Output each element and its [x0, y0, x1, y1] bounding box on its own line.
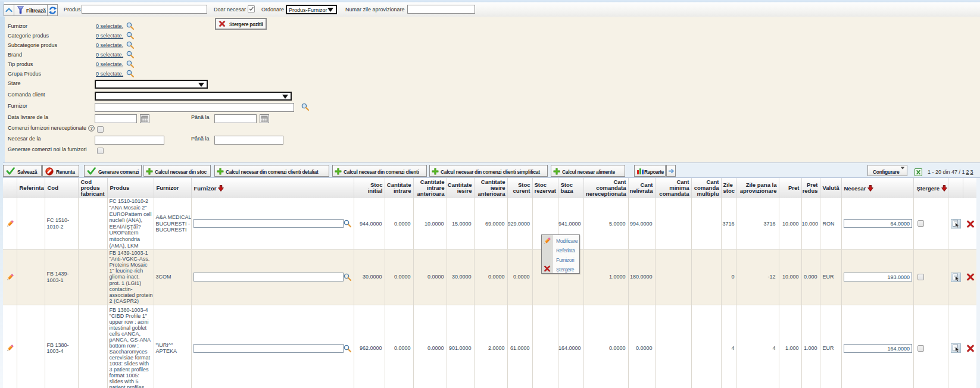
svg-text:?: ? [90, 126, 93, 131]
